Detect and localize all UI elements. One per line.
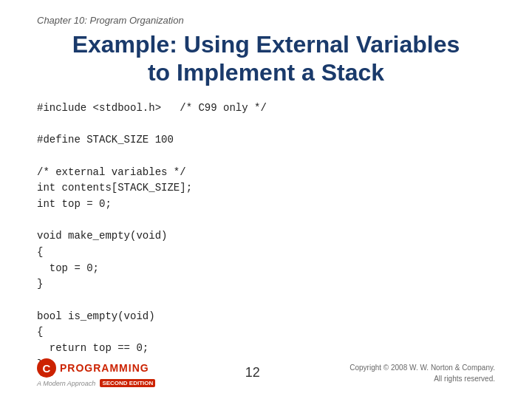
footer: C PROGRAMMING A Modern Approach SECOND E… — [0, 358, 532, 387]
copyright-line2: All rights reserved. — [434, 375, 495, 383]
code-line3: #define STACK_SIZE 100 — [37, 134, 174, 146]
slide: Chapter 10: Program Organization Example… — [0, 0, 532, 399]
code-line9: void make_empty(void) — [37, 230, 167, 242]
copyright: Copyright © 2008 W. W. Norton & Company.… — [349, 362, 495, 384]
code-block: #include <stdbool.h> /* C99 only */ #def… — [37, 100, 495, 373]
slide-title: Example: Using External Variables to Imp… — [37, 30, 495, 87]
code-line5: /* external variables */ — [37, 166, 186, 178]
logo-circle-c: C — [37, 358, 56, 378]
title-line1: Example: Using External Variables — [72, 31, 460, 58]
logo-c-letter: C — [43, 362, 51, 375]
code-line12: } — [37, 278, 43, 290]
logo-edition: SECOND EDITION — [100, 379, 155, 387]
page-number: 12 — [245, 365, 260, 381]
code-line6: int contents[STACK_SIZE]; — [37, 182, 192, 194]
title-line2: to Implement a Stack — [148, 59, 384, 86]
code-line16: return top == 0; — [37, 342, 149, 354]
logo-subtext: A Modern Approach — [37, 380, 95, 387]
code-line10: { — [37, 246, 43, 258]
copyright-line1: Copyright © 2008 W. W. Norton & Company. — [349, 364, 495, 372]
logo: C PROGRAMMING A Modern Approach SECOND E… — [37, 358, 155, 387]
code-line1: #include <stdbool.h> /* C99 only */ — [37, 102, 267, 114]
logo-row: C PROGRAMMING — [37, 358, 149, 378]
code-line7: int top = 0; — [37, 198, 112, 210]
chapter-label: Chapter 10: Program Organization — [37, 15, 495, 26]
code-line15: { — [37, 326, 43, 338]
code-line11: top = 0; — [37, 262, 99, 274]
code-line14: bool is_empty(void) — [37, 310, 155, 322]
logo-subtext-row: A Modern Approach SECOND EDITION — [37, 379, 155, 387]
logo-programming-text: PROGRAMMING — [60, 362, 149, 374]
